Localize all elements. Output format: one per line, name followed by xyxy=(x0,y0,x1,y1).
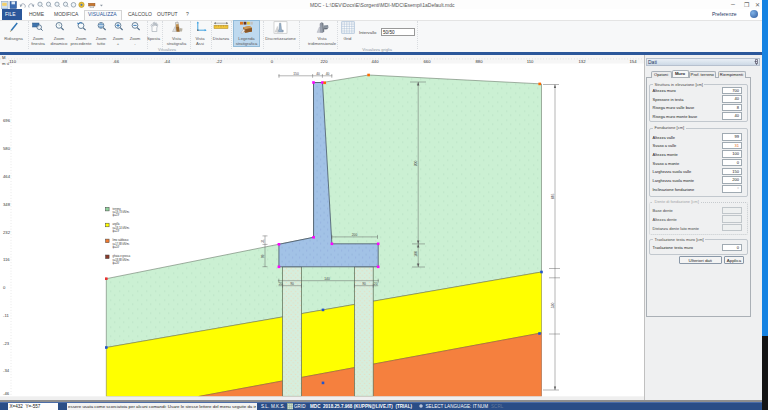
svg-text:20: 20 xyxy=(374,281,378,285)
svg-text:φ=26°: φ=26° xyxy=(113,260,120,264)
svg-text:220: 220 xyxy=(321,59,329,64)
svg-text:φ=23°: φ=23° xyxy=(113,229,120,233)
svg-text:0: 0 xyxy=(3,284,6,289)
svg-text:-34: -34 xyxy=(3,368,10,373)
svg-text:464: 464 xyxy=(3,174,11,179)
svg-text:φ=24°: φ=24° xyxy=(113,244,120,248)
svg-text:-23: -23 xyxy=(3,340,10,345)
svg-text:880: 880 xyxy=(476,59,484,64)
svg-text:660: 660 xyxy=(424,59,432,64)
svg-text:-11: -11 xyxy=(3,312,9,317)
svg-text:580: 580 xyxy=(3,146,11,151)
svg-text:40: 40 xyxy=(316,72,320,76)
svg-text:-66: -66 xyxy=(113,59,120,64)
svg-text:90: 90 xyxy=(290,281,294,285)
svg-text:M: M xyxy=(2,55,6,60)
svg-text:440: 440 xyxy=(372,59,380,64)
svg-text:100: 100 xyxy=(414,251,418,257)
svg-text:99: 99 xyxy=(261,254,265,258)
svg-text:348: 348 xyxy=(3,202,11,207)
svg-text:700: 700 xyxy=(414,160,418,166)
svg-text:696: 696 xyxy=(3,118,11,123)
svg-text:154: 154 xyxy=(630,59,638,64)
svg-text:116: 116 xyxy=(3,257,10,262)
svg-text:232: 232 xyxy=(3,229,11,234)
svg-text:132: 132 xyxy=(579,59,587,64)
svg-text:φ=23°: φ=23° xyxy=(113,213,120,217)
svg-text:140: 140 xyxy=(324,276,330,280)
svg-text:-44: -44 xyxy=(164,59,171,64)
svg-text:-22: -22 xyxy=(216,59,223,64)
svg-text:m u: m u xyxy=(2,60,10,65)
svg-text:31: 31 xyxy=(261,239,265,243)
svg-text:90: 90 xyxy=(362,281,366,285)
svg-text:-110: -110 xyxy=(8,59,17,64)
svg-text:110: 110 xyxy=(527,59,534,64)
svg-text:20: 20 xyxy=(279,281,283,285)
svg-text:40: 40 xyxy=(326,72,330,76)
svg-text:846: 846 xyxy=(551,193,555,199)
svg-text:200: 200 xyxy=(352,232,358,236)
svg-text:530: 530 xyxy=(551,302,555,308)
svg-text:-88: -88 xyxy=(61,59,68,64)
svg-text:150: 150 xyxy=(293,72,299,76)
